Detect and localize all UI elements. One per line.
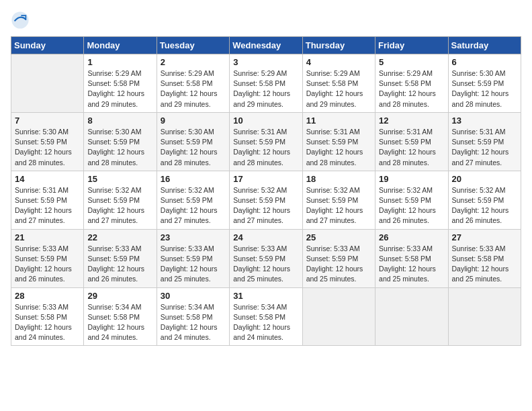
calendar-cell: 24Sunrise: 5:33 AM Sunset: 5:59 PM Dayli… [230,229,302,287]
calendar-cell: 23Sunrise: 5:33 AM Sunset: 5:59 PM Dayli… [157,229,229,287]
day-number: 3 [233,57,298,67]
calendar-cell [375,287,448,346]
day-number: 23 [161,232,226,242]
day-number: 11 [306,116,371,126]
calendar-cell: 14Sunrise: 5:31 AM Sunset: 5:59 PM Dayli… [11,171,84,229]
day-number: 1 [87,57,152,67]
calendar-cell: 16Sunrise: 5:32 AM Sunset: 5:59 PM Dayli… [157,171,229,229]
calendar-cell: 18Sunrise: 5:32 AM Sunset: 5:59 PM Dayli… [302,171,375,229]
calendar-cell: 3Sunrise: 5:29 AM Sunset: 5:58 PM Daylig… [230,54,302,113]
calendar-cell: 27Sunrise: 5:33 AM Sunset: 5:58 PM Dayli… [448,229,521,287]
calendar-cell: 11Sunrise: 5:31 AM Sunset: 5:59 PM Dayli… [302,112,375,171]
day-info: Sunrise: 5:32 AM Sunset: 5:59 PM Dayligh… [233,185,298,226]
weekday-header-friday: Friday [375,37,448,54]
day-number: 2 [161,57,226,67]
calendar-cell: 17Sunrise: 5:32 AM Sunset: 5:59 PM Dayli… [230,171,302,229]
day-info: Sunrise: 5:31 AM Sunset: 5:59 PM Dayligh… [233,127,298,168]
day-number: 30 [161,291,226,301]
day-info: Sunrise: 5:31 AM Sunset: 5:59 PM Dayligh… [306,127,371,168]
day-info: Sunrise: 5:29 AM Sunset: 5:58 PM Dayligh… [379,68,444,109]
day-info: Sunrise: 5:29 AM Sunset: 5:58 PM Dayligh… [87,68,152,109]
calendar-cell: 19Sunrise: 5:32 AM Sunset: 5:59 PM Dayli… [375,171,448,229]
day-info: Sunrise: 5:31 AM Sunset: 5:59 PM Dayligh… [15,185,80,226]
day-info: Sunrise: 5:33 AM Sunset: 5:58 PM Dayligh… [15,302,80,343]
day-number: 28 [15,291,80,301]
day-info: Sunrise: 5:33 AM Sunset: 5:59 PM Dayligh… [15,244,80,285]
calendar-cell: 22Sunrise: 5:33 AM Sunset: 5:59 PM Dayli… [84,229,157,287]
week-row-5: 28Sunrise: 5:33 AM Sunset: 5:58 PM Dayli… [11,287,521,346]
day-number: 17 [233,174,298,184]
day-number: 15 [87,174,152,184]
day-info: Sunrise: 5:30 AM Sunset: 5:59 PM Dayligh… [452,68,517,109]
weekday-header-tuesday: Tuesday [157,37,229,54]
calendar-cell: 9Sunrise: 5:30 AM Sunset: 5:59 PM Daylig… [157,112,229,171]
day-info: Sunrise: 5:33 AM Sunset: 5:58 PM Dayligh… [379,244,444,285]
day-number: 5 [379,57,444,67]
day-number: 6 [452,57,517,67]
weekday-header-monday: Monday [84,37,157,54]
calendar-cell: 31Sunrise: 5:34 AM Sunset: 5:58 PM Dayli… [230,287,302,346]
day-info: Sunrise: 5:34 AM Sunset: 5:58 PM Dayligh… [161,302,226,343]
day-number: 27 [452,232,517,242]
day-number: 26 [379,232,444,242]
logo-icon [11,11,30,30]
calendar-table: SundayMondayTuesdayWednesdayThursdayFrid… [11,36,521,346]
week-row-1: 1Sunrise: 5:29 AM Sunset: 5:58 PM Daylig… [11,54,521,113]
calendar-cell [448,287,521,346]
day-info: Sunrise: 5:33 AM Sunset: 5:59 PM Dayligh… [233,244,298,285]
day-number: 10 [233,116,298,126]
calendar-cell: 26Sunrise: 5:33 AM Sunset: 5:58 PM Dayli… [375,229,448,287]
day-number: 9 [161,116,226,126]
calendar-cell: 12Sunrise: 5:31 AM Sunset: 5:59 PM Dayli… [375,112,448,171]
logo [11,11,32,30]
day-info: Sunrise: 5:29 AM Sunset: 5:58 PM Dayligh… [161,68,226,109]
day-number: 20 [452,174,517,184]
calendar-cell: 15Sunrise: 5:32 AM Sunset: 5:59 PM Dayli… [84,171,157,229]
day-info: Sunrise: 5:31 AM Sunset: 5:59 PM Dayligh… [452,127,517,168]
day-number: 31 [233,291,298,301]
day-number: 7 [15,116,80,126]
day-number: 8 [87,116,152,126]
day-number: 18 [306,174,371,184]
day-info: Sunrise: 5:33 AM Sunset: 5:59 PM Dayligh… [161,244,226,285]
week-row-4: 21Sunrise: 5:33 AM Sunset: 5:59 PM Dayli… [11,229,521,287]
day-info: Sunrise: 5:34 AM Sunset: 5:58 PM Dayligh… [233,302,298,343]
day-number: 13 [452,116,517,126]
calendar-cell: 10Sunrise: 5:31 AM Sunset: 5:59 PM Dayli… [230,112,302,171]
calendar-cell: 28Sunrise: 5:33 AM Sunset: 5:58 PM Dayli… [11,287,84,346]
day-number: 12 [379,116,444,126]
calendar-cell [11,54,84,113]
weekday-header-thursday: Thursday [302,37,375,54]
day-info: Sunrise: 5:32 AM Sunset: 5:59 PM Dayligh… [306,185,371,226]
day-info: Sunrise: 5:30 AM Sunset: 5:59 PM Dayligh… [15,127,80,168]
day-info: Sunrise: 5:32 AM Sunset: 5:59 PM Dayligh… [452,185,517,226]
weekday-header-wednesday: Wednesday [230,37,302,54]
calendar-cell: 13Sunrise: 5:31 AM Sunset: 5:59 PM Dayli… [448,112,521,171]
day-info: Sunrise: 5:33 AM Sunset: 5:58 PM Dayligh… [452,244,517,285]
day-number: 29 [87,291,152,301]
day-number: 24 [233,232,298,242]
calendar-cell: 6Sunrise: 5:30 AM Sunset: 5:59 PM Daylig… [448,54,521,113]
calendar-cell: 5Sunrise: 5:29 AM Sunset: 5:58 PM Daylig… [375,54,448,113]
day-number: 19 [379,174,444,184]
calendar-cell: 20Sunrise: 5:32 AM Sunset: 5:59 PM Dayli… [448,171,521,229]
day-info: Sunrise: 5:32 AM Sunset: 5:59 PM Dayligh… [161,185,226,226]
calendar-cell: 7Sunrise: 5:30 AM Sunset: 5:59 PM Daylig… [11,112,84,171]
calendar-cell: 30Sunrise: 5:34 AM Sunset: 5:58 PM Dayli… [157,287,229,346]
weekday-header-sunday: Sunday [11,37,84,54]
calendar-cell: 29Sunrise: 5:34 AM Sunset: 5:58 PM Dayli… [84,287,157,346]
day-number: 22 [87,232,152,242]
day-info: Sunrise: 5:33 AM Sunset: 5:59 PM Dayligh… [306,244,371,285]
day-number: 25 [306,232,371,242]
week-row-2: 7Sunrise: 5:30 AM Sunset: 5:59 PM Daylig… [11,112,521,171]
day-info: Sunrise: 5:32 AM Sunset: 5:59 PM Dayligh… [87,185,152,226]
weekday-header-saturday: Saturday [448,37,521,54]
day-number: 14 [15,174,80,184]
calendar-cell: 2Sunrise: 5:29 AM Sunset: 5:58 PM Daylig… [157,54,229,113]
day-info: Sunrise: 5:32 AM Sunset: 5:59 PM Dayligh… [379,185,444,226]
day-info: Sunrise: 5:31 AM Sunset: 5:59 PM Dayligh… [379,127,444,168]
calendar-cell: 8Sunrise: 5:30 AM Sunset: 5:59 PM Daylig… [84,112,157,171]
day-number: 16 [161,174,226,184]
day-info: Sunrise: 5:30 AM Sunset: 5:59 PM Dayligh… [161,127,226,168]
day-info: Sunrise: 5:33 AM Sunset: 5:59 PM Dayligh… [87,244,152,285]
